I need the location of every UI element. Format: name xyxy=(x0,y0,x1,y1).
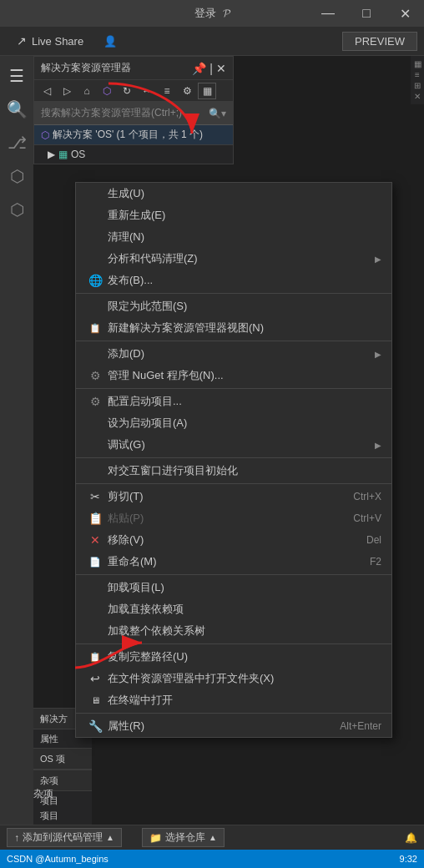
separator-1 xyxy=(76,293,391,294)
menu-item-cut[interactable]: ✂ 剪切(T) Ctrl+X xyxy=(76,486,391,507)
se-expand-icon: ▶ xyxy=(48,149,55,160)
separator-4 xyxy=(76,457,391,458)
active-file-button[interactable]: ▦ xyxy=(198,83,216,99)
se-close-icon[interactable]: ✕ xyxy=(216,62,226,75)
menu-item-rename[interactable]: 📄 重命名(M) F2 xyxy=(76,551,391,573)
menu-item-remove[interactable]: ✕ 移除(V) Del xyxy=(76,529,391,551)
menu-item-debug[interactable]: 调试(G) ▶ xyxy=(76,434,391,456)
menu-item-set-startup[interactable]: 设为启动项目(A) xyxy=(76,412,391,434)
csdn-label: CSDN @Autumn_begins xyxy=(7,854,109,864)
right-icon-2: ≡ xyxy=(415,70,420,79)
os-panel-header: OS 项 xyxy=(33,748,92,770)
csdn-status[interactable]: CSDN @Autumn_begins xyxy=(7,854,109,864)
search-icon[interactable]: 🔍 xyxy=(3,96,30,123)
context-menu: 生成(U) 重新生成(E) 清理(N) 分析和代码清理(Z) ▶ 🌐 发布(B)… xyxy=(75,182,392,738)
menu-item-open-terminal[interactable]: 🖥 在终端中打开 xyxy=(76,689,391,711)
add-source-button[interactable]: ↑ 添加到源代码管理 ▲ xyxy=(7,828,122,847)
repo-icon: 📁 xyxy=(149,832,162,844)
menu-item-properties[interactable]: 🔧 属性(R) Alt+Enter xyxy=(76,715,391,737)
minimize-button[interactable]: — xyxy=(309,0,347,27)
se-header: 解决方案资源管理器 📌 | ✕ xyxy=(34,57,233,80)
menu-item-rename-label: 重命名(M) xyxy=(108,554,370,569)
person-icon-button[interactable]: 👤 xyxy=(97,32,124,51)
menu-item-analyze[interactable]: 分析和代码清理(Z) ▶ xyxy=(76,248,391,270)
se-toolbar: ◁ ▷ ⌂ ⬡ ↻ ↔ ≡ ⚙ ▦ xyxy=(34,80,233,102)
menu-item-startup-config-label: 配置启动项目... xyxy=(108,394,381,409)
menu-item-open-folder[interactable]: ↩ 在文件资源管理器中打开文件夹(X) xyxy=(76,668,391,689)
live-share-icon: ↗ xyxy=(17,34,27,48)
settings-button[interactable]: ⚙ xyxy=(178,83,196,99)
select-repo-button[interactable]: 📁 选择仓库 ▲ xyxy=(142,828,225,847)
misc-bottom-label: 杂项 xyxy=(33,787,53,801)
refresh-button[interactable]: ↻ xyxy=(118,83,136,99)
status-bar: CSDN @Autumn_begins 9:32 xyxy=(0,850,424,868)
menu-bar: ↗ Live Share 👤 PREVIEW xyxy=(0,27,424,56)
menu-item-clean[interactable]: 清理(N) xyxy=(76,226,391,248)
debug-icon[interactable]: ⬡ xyxy=(3,163,30,189)
open-terminal-icon: 🖥 xyxy=(86,695,104,705)
sync-button[interactable]: ⬡ xyxy=(98,83,116,99)
menu-item-open-terminal-label: 在终端中打开 xyxy=(108,693,381,708)
menu-item-startup-config[interactable]: ⚙ 配置启动项目... xyxy=(76,391,391,412)
menu-item-load-direct-label: 加载直接依赖项 xyxy=(108,602,381,617)
live-share-button[interactable]: ↗ Live Share xyxy=(7,31,93,51)
item2-label: 项目 xyxy=(40,810,58,822)
rename-icon: 📄 xyxy=(86,557,104,568)
se-project-row[interactable]: ▶ ▦ OS xyxy=(34,145,233,164)
menu-item-debug-label: 调试(G) xyxy=(108,437,375,452)
item2-row: 项目 xyxy=(40,808,85,823)
menu-item-build-label: 生成(U) xyxy=(108,186,381,201)
menu-item-new-view[interactable]: 📋 新建解决方案资源管理器视图(N) xyxy=(76,317,391,339)
status-right: 9:32 xyxy=(393,854,424,864)
person-icon: 𝓟 xyxy=(223,7,230,20)
menu-item-scope[interactable]: 限定为此范围(S) xyxy=(76,295,391,317)
menu-item-load-direct[interactable]: 加载直接依赖项 xyxy=(76,598,391,620)
add-source-icon: ↑ xyxy=(14,832,19,844)
explorer-icon[interactable]: ☰ xyxy=(3,63,30,89)
add-submenu-arrow: ▶ xyxy=(375,350,381,359)
menu-item-nuget[interactable]: ⚙ 管理 NuGet 程序包(N)... xyxy=(76,365,391,386)
menu-item-build[interactable]: 生成(U) xyxy=(76,183,391,204)
title-bar-center: 登录 𝓟 xyxy=(194,6,230,21)
menu-item-add[interactable]: 添加(D) ▶ xyxy=(76,343,391,365)
collapse-button[interactable]: ↔ xyxy=(138,83,156,99)
se-search-dropdown[interactable]: ▾ xyxy=(221,108,226,119)
separator-2 xyxy=(76,341,391,341)
se-search-icon[interactable]: 🔍 xyxy=(209,108,221,119)
right-icons: ▦ ≡ ⊞ ✕ xyxy=(411,56,424,104)
extensions-icon[interactable]: ⬡ xyxy=(3,196,30,223)
se-header-actions: 📌 | ✕ xyxy=(192,62,226,75)
select-repo-arrow: ▲ xyxy=(209,833,217,842)
menu-item-set-startup-label: 设为启动项目(A) xyxy=(108,416,381,431)
login-label[interactable]: 登录 xyxy=(194,6,216,21)
git-icon[interactable]: ⎇ xyxy=(3,129,30,156)
se-pin-icon[interactable]: 📌 xyxy=(192,62,206,75)
menu-item-publish[interactable]: 🌐 发布(B)... xyxy=(76,270,391,291)
se-search-bar[interactable]: 搜索解决方案资源管理器(Ctrl+;) 🔍 ▾ xyxy=(34,102,233,125)
menu-item-unload[interactable]: 卸载项目(L) xyxy=(76,577,391,598)
menu-item-new-view-label: 新建解决方案资源管理器视图(N) xyxy=(108,320,381,336)
se-project-label: OS xyxy=(71,149,85,160)
filter-button[interactable]: ≡ xyxy=(158,83,176,99)
close-button[interactable]: ✕ xyxy=(386,0,424,27)
bottom-toolbar: ↑ 添加到源代码管理 ▲ 📁 选择仓库 ▲ 🔔 xyxy=(0,825,424,850)
home-button[interactable]: ⌂ xyxy=(78,83,96,99)
se-pin2-icon[interactable]: | xyxy=(209,62,213,75)
se-solution-row[interactable]: ⬡ 解决方案 'OS' (1 个项目，共 1 个) xyxy=(34,125,233,145)
bell-icon[interactable]: 🔔 xyxy=(405,832,417,844)
forward-button[interactable]: ▷ xyxy=(58,83,76,99)
nuget-icon: ⚙ xyxy=(86,369,104,382)
maximize-button[interactable]: □ xyxy=(347,0,386,27)
menu-item-rebuild[interactable]: 重新生成(E) xyxy=(76,204,391,226)
menu-item-init[interactable]: 对交互窗口进行项目初始化 xyxy=(76,460,391,482)
menu-item-open-folder-label: 在文件资源管理器中打开文件夹(X) xyxy=(108,671,381,686)
menu-item-copy-path[interactable]: 📋 复制完整路径(U) xyxy=(76,646,391,668)
solution-icon: ⬡ xyxy=(41,129,49,141)
menu-item-load-tree[interactable]: 加载整个依赖关系树 xyxy=(76,620,391,642)
copy-path-icon: 📋 xyxy=(86,652,104,663)
time-display: 9:32 xyxy=(400,854,417,864)
preview-button[interactable]: PREVIEW xyxy=(342,32,417,51)
back-button[interactable]: ◁ xyxy=(38,83,56,99)
live-share-label: Live Share xyxy=(32,35,83,48)
title-bar: 登录 𝓟 — □ ✕ xyxy=(0,0,424,27)
